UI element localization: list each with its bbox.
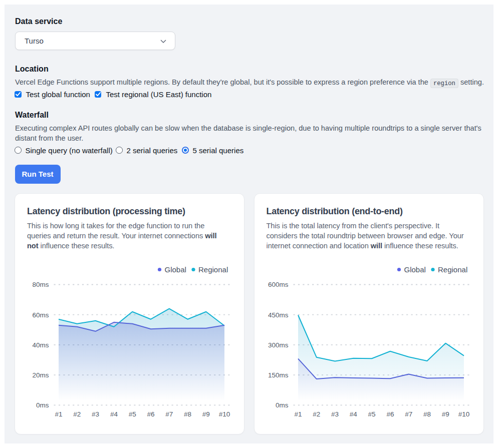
svg-text:40ms: 40ms bbox=[32, 341, 49, 349]
svg-text:Global: Global bbox=[404, 265, 425, 274]
svg-text:#10: #10 bbox=[458, 410, 469, 418]
svg-text:#5: #5 bbox=[368, 410, 375, 418]
svg-text:600ms: 600ms bbox=[268, 281, 288, 288]
svg-text:#4: #4 bbox=[110, 410, 118, 418]
svg-text:150ms: 150ms bbox=[268, 371, 288, 379]
svg-text:#8: #8 bbox=[184, 410, 191, 418]
svg-text:#1: #1 bbox=[55, 410, 62, 418]
svg-text:#9: #9 bbox=[441, 410, 449, 418]
svg-text:#3: #3 bbox=[92, 410, 99, 418]
svg-text:300ms: 300ms bbox=[268, 341, 288, 349]
svg-text:#6: #6 bbox=[386, 410, 394, 418]
svg-text:#2: #2 bbox=[73, 410, 81, 418]
svg-text:60ms: 60ms bbox=[32, 311, 49, 319]
svg-text:#7: #7 bbox=[405, 410, 412, 418]
svg-text:#4: #4 bbox=[349, 410, 357, 418]
svg-text:0ms: 0ms bbox=[275, 401, 288, 409]
svg-text:0ms: 0ms bbox=[36, 401, 49, 409]
svg-text:#10: #10 bbox=[219, 410, 230, 418]
svg-text:Global: Global bbox=[165, 265, 186, 274]
svg-text:#8: #8 bbox=[423, 410, 430, 418]
svg-text:#9: #9 bbox=[202, 410, 210, 418]
svg-text:#7: #7 bbox=[165, 410, 173, 418]
svg-text:#3: #3 bbox=[331, 410, 339, 418]
svg-text:Regional: Regional bbox=[198, 265, 228, 274]
svg-text:#1: #1 bbox=[294, 410, 302, 418]
svg-text:20ms: 20ms bbox=[32, 371, 49, 379]
svg-text:#6: #6 bbox=[147, 410, 154, 418]
svg-text:#2: #2 bbox=[313, 410, 320, 418]
svg-text:Regional: Regional bbox=[438, 265, 467, 274]
svg-text:80ms: 80ms bbox=[32, 281, 49, 288]
svg-text:450ms: 450ms bbox=[268, 311, 288, 319]
svg-text:#5: #5 bbox=[129, 410, 136, 418]
